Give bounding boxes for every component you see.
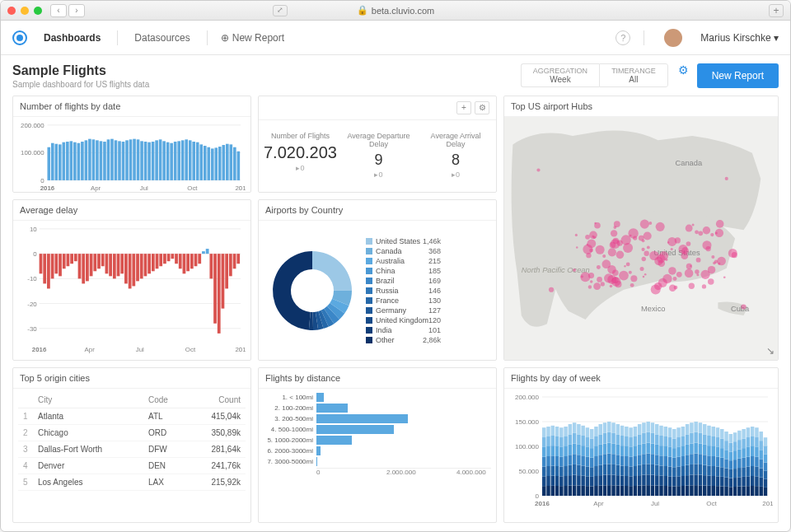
- svg-point-134: [575, 234, 578, 236]
- svg-rect-418: [634, 466, 637, 476]
- legend-row: Germany127: [366, 306, 441, 315]
- nav-dashboards[interactable]: Dashboards: [40, 32, 104, 44]
- svg-rect-296: [555, 427, 559, 436]
- svg-text:201: 201: [235, 346, 245, 353]
- svg-rect-379: [607, 432, 611, 443]
- svg-rect-366: [599, 424, 602, 434]
- widget-settings-icon[interactable]: ⚙: [475, 101, 489, 114]
- svg-rect-410: [629, 476, 632, 486]
- dayweek-stacked-chart: 050.000100.000150.000200.0002016AprJulOc…: [509, 392, 773, 507]
- svg-point-129: [658, 278, 667, 287]
- svg-rect-22: [107, 139, 110, 180]
- svg-rect-38: [166, 142, 170, 180]
- nav-new-report[interactable]: ⊕ New Report: [221, 32, 284, 44]
- svg-rect-43: [185, 139, 188, 180]
- svg-rect-433: [642, 454, 645, 464]
- svg-rect-253: [236, 254, 240, 264]
- help-icon[interactable]: ?: [615, 30, 630, 45]
- svg-rect-421: [634, 436, 637, 446]
- svg-rect-573: [729, 460, 732, 469]
- svg-point-92: [641, 248, 644, 251]
- svg-rect-445: [651, 475, 654, 486]
- svg-rect-292: [555, 466, 559, 476]
- svg-point-111: [648, 222, 652, 225]
- svg-rect-393: [616, 434, 620, 444]
- svg-rect-409: [629, 486, 632, 496]
- svg-point-172: [649, 251, 658, 260]
- browser-forward-button[interactable]: ›: [68, 4, 85, 17]
- svg-rect-579: [733, 469, 737, 478]
- new-report-button[interactable]: New Report: [697, 63, 779, 88]
- url-text: beta.cluvio.com: [372, 6, 434, 16]
- svg-rect-425: [638, 465, 641, 475]
- svg-rect-30: [137, 139, 140, 180]
- kpi-label: Average Arrival Delay: [420, 132, 491, 148]
- svg-rect-319: [573, 475, 576, 486]
- svg-rect-7: [51, 143, 54, 180]
- lock-icon: 🔒: [357, 5, 368, 16]
- svg-point-121: [728, 249, 737, 258]
- svg-rect-245: [206, 249, 209, 254]
- svg-rect-501: [686, 475, 689, 485]
- svg-rect-19: [96, 140, 99, 180]
- svg-point-140: [619, 271, 629, 281]
- svg-point-155: [624, 265, 625, 267]
- svg-rect-538: [707, 455, 710, 465]
- svg-rect-304: [564, 486, 567, 496]
- app-logo[interactable]: [12, 30, 27, 45]
- svg-rect-408: [625, 427, 628, 436]
- browser-back-button[interactable]: ‹: [50, 4, 67, 17]
- svg-point-163: [667, 237, 676, 246]
- minimize-window-button[interactable]: [21, 7, 29, 15]
- svg-rect-227: [136, 254, 139, 281]
- user-avatar[interactable]: [664, 29, 682, 47]
- svg-rect-428: [638, 434, 641, 444]
- svg-rect-459: [659, 476, 662, 486]
- svg-rect-216: [93, 254, 96, 271]
- svg-rect-451: [655, 486, 658, 496]
- svg-rect-406: [625, 446, 628, 456]
- aggregation-filter[interactable]: AGGREGATION Week: [521, 63, 599, 87]
- svg-rect-53: [222, 145, 226, 180]
- svg-rect-463: [659, 436, 662, 446]
- fullscreen-icon[interactable]: ⤢: [273, 5, 288, 16]
- svg-rect-313: [569, 465, 572, 475]
- svg-text:Canada: Canada: [676, 159, 703, 167]
- close-window-button[interactable]: [7, 7, 16, 15]
- svg-rect-26: [122, 142, 125, 180]
- svg-point-124: [602, 254, 606, 258]
- svg-rect-522: [699, 475, 702, 486]
- user-menu[interactable]: Marius Kirschke ▾: [700, 32, 779, 44]
- svg-rect-337: [581, 436, 584, 446]
- svg-rect-386: [611, 433, 615, 444]
- svg-rect-476: [668, 447, 672, 457]
- svg-rect-403: [625, 476, 628, 486]
- svg-point-132: [573, 268, 576, 272]
- svg-rect-49: [207, 147, 210, 180]
- timerange-filter[interactable]: TIMERANGE All: [599, 63, 668, 87]
- svg-point-142: [623, 243, 633, 253]
- new-tab-button[interactable]: +: [769, 4, 784, 17]
- svg-point-116: [703, 226, 710, 234]
- nav-datasources[interactable]: Datasources: [131, 32, 193, 44]
- map-expand-icon[interactable]: ↘: [766, 345, 775, 357]
- us-hubs-map[interactable]: North Pacific Ocean Canada United States…: [504, 117, 778, 360]
- add-widget-icon[interactable]: +: [456, 101, 471, 114]
- svg-text:2016: 2016: [40, 184, 55, 192]
- svg-rect-424: [638, 475, 641, 485]
- svg-rect-57: [237, 152, 241, 180]
- svg-rect-240: [186, 254, 190, 271]
- svg-point-153: [629, 271, 632, 274]
- svg-rect-248: [218, 254, 221, 334]
- zoom-window-button[interactable]: [34, 7, 42, 15]
- address-bar[interactable]: 🔒 beta.cluvio.com: [357, 5, 434, 16]
- svg-rect-210: [70, 254, 73, 264]
- svg-rect-223: [120, 254, 124, 273]
- dashboard-settings-icon[interactable]: ⚙: [678, 63, 689, 77]
- svg-text:Jul: Jul: [136, 346, 144, 353]
- svg-rect-443: [646, 422, 649, 432]
- svg-rect-603: [747, 437, 750, 447]
- svg-rect-486: [676, 486, 680, 496]
- svg-rect-281: [546, 436, 550, 446]
- svg-rect-273: [542, 447, 545, 457]
